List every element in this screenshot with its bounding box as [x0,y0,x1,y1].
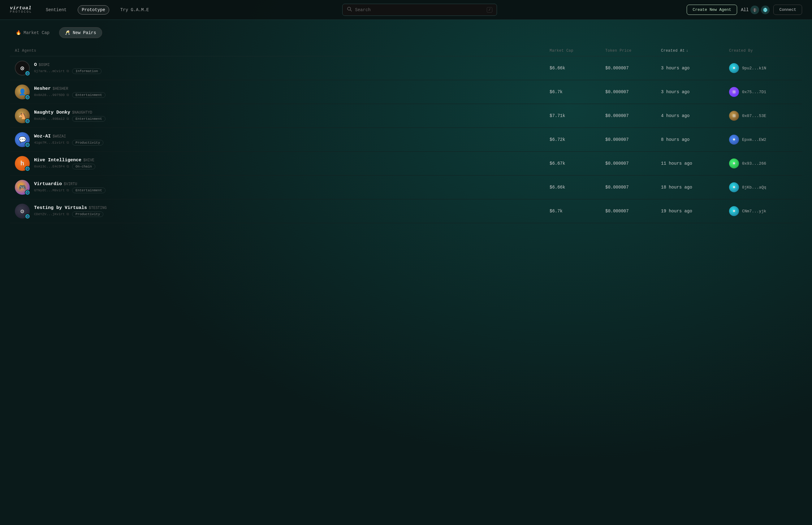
avatar-badge [25,190,30,195]
create-agent-button[interactable]: Create New Agent [687,5,737,15]
nav-game[interactable]: Try G.A.M.E [117,5,153,14]
table-row[interactable]: 💬 Woz-AI $WOZAI 41go7M...Eivirt ⧉ Produc… [10,128,802,152]
logo[interactable]: virtual PROTOCOL [10,6,32,14]
creator-avatar: ● [729,159,739,168]
tab-market-cap[interactable]: 🔥 Market Cap [10,27,56,38]
agent-info: 👤 Hesher $HESHER 0x8A28...9975DD ⧉ Enter… [15,85,550,99]
created-at-value: 11 hours ago [661,161,729,166]
agent-text: Naughty Donky $NAUGHTYD 0xA15c...89Ba12 … [34,110,106,122]
market-cap-value: $6.67k [550,161,605,166]
avatar-wrap: 🐴 [15,108,30,123]
agent-tag[interactable]: Entertainment [72,116,106,122]
logo-top: virtual [10,6,32,11]
agent-text: Hive Intelligence $HIVE 0xA13c...E4c5F4 … [34,158,95,169]
nav-links: Sentient Prototype Try G.A.M.E [42,5,153,15]
table-row[interactable]: ⚙ Testing by Virtuals $TESTING CDeYZV...… [10,199,802,223]
col-created-at[interactable]: Created At ↓ [661,49,729,53]
col-agents: AI Agents [15,49,550,53]
nav-right: Create New Agent All Connect [687,5,802,15]
avatar-wrap: ⚙ [15,204,30,219]
agent-tag[interactable]: On-chain [72,164,95,169]
tabs: 🔥 Market Cap 🥂 New Pairs [10,27,802,38]
table-row[interactable]: h Hive Intelligence $HIVE 0xA13c...E4c5F… [10,152,802,176]
nav-prototype[interactable]: Prototype [78,5,109,15]
agent-text: O $OSMI Gj7arN...mCvirt ⧉ Information [34,62,102,74]
navbar: virtual PROTOCOL Sentient Prototype Try … [0,0,812,20]
token-price-value: $0.000007 [605,185,661,190]
copy-icon[interactable]: ⧉ [66,141,69,145]
creator-address: 8jKb...aQq [742,185,766,190]
creator-cell: ● CNm7...yjk [729,206,797,216]
created-at-value: 3 hours ago [661,65,729,71]
agent-address: 0xA13c...E4c5F4 ⧉ On-chain [34,164,95,169]
search-input[interactable] [355,7,484,12]
copy-icon[interactable]: ⧉ [66,69,69,73]
svg-point-4 [754,10,755,11]
tab-market-cap-label: Market Cap [24,30,49,35]
creator-avatar: ⊞ [729,111,739,121]
agent-tag[interactable]: Productivity [72,211,103,217]
copy-icon[interactable]: ⧉ [66,165,69,168]
market-cap-value: $6.7k [550,209,605,214]
creator-avatar: ● [729,182,739,192]
creator-address: 0x75...7D1 [742,90,766,94]
avatar-badge [25,94,30,100]
agent-tag[interactable]: Entertainment [72,188,106,193]
creator-address: Epxm...EW2 [742,137,766,142]
agent-name: Naughty Donky $NAUGHTYD [34,110,106,115]
filter-all[interactable]: All [741,5,770,14]
creator-address: 0x07...53E [742,114,766,118]
agent-name: Testing by Virtuals $TESTING [34,205,107,210]
agent-info: h Hive Intelligence $HIVE 0xA13c...E4c5F… [15,156,550,171]
creator-address: CNm7...yjk [742,209,766,214]
agent-address: 0xA15c...89Ba12 ⧉ Entertainment [34,116,106,122]
table-row[interactable]: 🐴 Naughty Donky $NAUGHTYD 0xA15c...89Ba1… [10,104,802,128]
avatar-wrap: 💬 [15,132,30,147]
creator-avatar: ● [729,135,739,145]
creator-address: 9pu2...k1N [742,66,766,71]
avatar-wrap: 👤 [15,85,30,99]
agent-ticker: $WOZAI [52,134,66,139]
copy-icon[interactable]: ⧉ [66,189,69,192]
table-row[interactable]: 👤 Hesher $HESHER 0x8A28...9975DD ⧉ Enter… [10,80,802,104]
col-created-by: Created By [729,49,797,53]
agent-info: 🎮 Virtuardio $VIRTU GTNydt...M8virt ⧉ En… [15,180,550,195]
copy-icon[interactable]: ⧉ [66,117,69,121]
agent-address: 41go7M...Eivirt ⧉ Productivity [34,140,103,146]
agent-info: ⚙ Testing by Virtuals $TESTING CDeYZV...… [15,204,550,219]
agent-info: ⊙ O $OSMI Gj7arN...mCvirt ⧉ Information [15,61,550,76]
table-row[interactable]: 🎮 Virtuardio $VIRTU GTNydt...M8virt ⧉ En… [10,176,802,199]
nav-sentient[interactable]: Sentient [42,5,70,14]
agent-ticker: $TESTING [89,206,107,210]
agent-name: Virtuardio $VIRTU [34,181,106,187]
table-header: AI Agents Market Cap Token Price Created… [10,45,802,56]
avatar-wrap: 🎮 [15,180,30,195]
agent-tag[interactable]: Information [72,69,102,74]
agent-tag[interactable]: Productivity [72,140,103,146]
table-row[interactable]: ⊙ O $OSMI Gj7arN...mCvirt ⧉ Information [10,56,802,80]
connect-button[interactable]: Connect [773,5,802,15]
agent-text: Virtuardio $VIRTU GTNydt...M8virt ⧉ Ente… [34,181,106,193]
avatar-badge [25,166,30,171]
agent-name: Woz-AI $WOZAI [34,134,103,139]
creator-avatar: ● [729,206,739,216]
agent-tag[interactable]: Entertainment [72,92,106,98]
created-at-value: 19 hours ago [661,209,729,214]
market-cap-value: $6.7k [550,89,605,94]
avatar-wrap: h [15,156,30,171]
copy-icon[interactable]: ⧉ [66,93,69,97]
token-price-value: $0.000007 [605,65,661,71]
agent-ticker: $VIRTU [64,182,77,186]
market-cap-value: $7.71k [550,113,605,118]
agent-text: Hesher $HESHER 0x8A28...9975DD ⧉ Enterta… [34,86,106,98]
main-content: 🔥 Market Cap 🥂 New Pairs AI Agents Marke… [0,20,812,230]
created-at-value: 3 hours ago [661,89,729,94]
creator-cell: ⊞ 0x07...53E [729,111,797,121]
copy-icon[interactable]: ⧉ [66,212,69,216]
agent-ticker: $HESHER [52,87,68,91]
creator-avatar: ⊞ [729,87,739,97]
tab-new-pairs[interactable]: 🥂 New Pairs [59,27,102,38]
agent-name: O $OSMI [34,62,102,68]
avatar-badge [25,142,30,148]
svg-point-3 [754,9,755,9]
